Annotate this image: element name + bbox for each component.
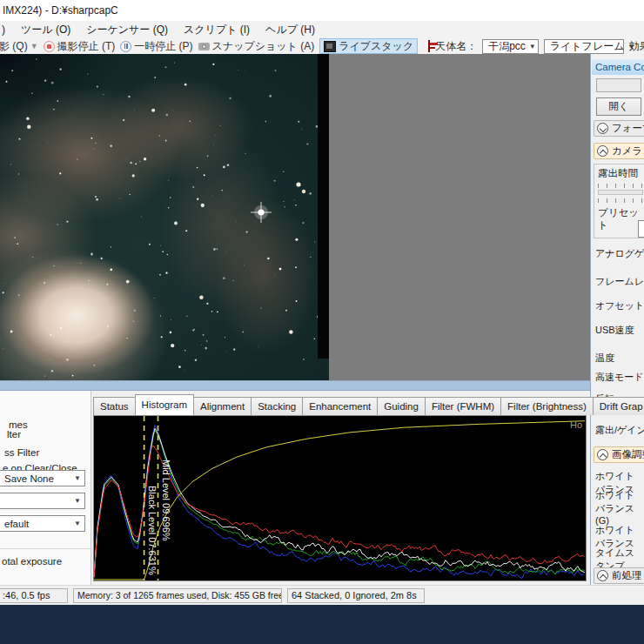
toolbar: 影 (Q) ▼ 撮影停止 (T) 一時停止 (P) スナップショット (A) ラ… — [0, 38, 644, 54]
svg-text:Ho: Ho — [570, 419, 582, 430]
chevron-down-icon: ▼ — [74, 497, 81, 505]
histogram-panel: Mid Level 09.696%Black Level 07.631%Ho — [93, 415, 587, 581]
menu-item-0[interactable]: ) — [2, 23, 5, 36]
chevron-down-icon — [597, 123, 608, 134]
tab-enhancement[interactable]: Enhancement — [302, 397, 378, 415]
menu-bar: )ツール (O)シーケンサー (Q)スクリプト (I)ヘルプ (H) — [0, 21, 644, 38]
stop-icon — [44, 41, 55, 52]
chevron-up-icon — [597, 570, 608, 581]
dropdown-2[interactable]: efault▼ — [0, 515, 85, 532]
capture-display-area — [0, 54, 590, 380]
chevron-down-icon: ▼ — [30, 42, 38, 50]
section-format[interactable]: フォーマッ — [594, 120, 644, 137]
image-adjust-label-1: ホワイトバランス (G) — [595, 489, 644, 526]
live-stack-icon — [324, 41, 336, 52]
windows-taskbar: PRE PRO ✂ ☾ ✎ ⌨ — [0, 605, 644, 644]
title-bar: IMX224) - D:¥sharpcapC — [0, 0, 644, 21]
tab-filter-fwhm-[interactable]: Filter (FWHM) — [425, 397, 501, 415]
control-label-1: フレームレート — [595, 275, 644, 288]
control-label-5: 高速モード — [595, 371, 644, 384]
svg-text:Black Level 07.631%: Black Level 07.631% — [147, 486, 158, 575]
exposure-slider[interactable] — [598, 190, 643, 195]
dock-tab-strip: StatusHistogramAlignmentStackingEnhancem… — [93, 394, 644, 415]
stack-status: 64 Stacked, 0 Ignored, 2m 8s — [287, 588, 425, 603]
option-label-2: ss Filter — [4, 447, 39, 458]
chevron-down-icon: ▼ — [74, 474, 81, 482]
exposure-label: 露出時間 — [598, 167, 644, 180]
camera-control-panel: Camera Con 開く フォーマッ カメラコン 露出時間 プリセット アナロ… — [590, 54, 644, 585]
control-label-3: USB速度 — [595, 324, 634, 337]
control-label-0: アナログゲイン — [595, 247, 644, 260]
live-stack-button[interactable]: ライブスタック — [319, 38, 418, 54]
red-display-icon[interactable] — [428, 40, 430, 52]
total-exposure-label: otal exposure — [2, 556, 62, 567]
sharpcap-window: IMX224) - D:¥sharpcapC )ツール (O)シーケンサー (Q… — [0, 0, 644, 644]
menu-item-1[interactable]: ツール (O) — [21, 23, 70, 37]
control-label-4: 温度 — [595, 352, 614, 365]
svg-text:Mid Level 09.696%: Mid Level 09.696% — [161, 460, 171, 541]
target-name-combo[interactable]: 干潟pcc▼ — [482, 39, 539, 54]
slider-ticks-bottom — [598, 198, 643, 203]
control-label-2: オフセット — [595, 299, 644, 312]
live-stack-dock: StatusHistogramAlignmentStackingEnhancem… — [91, 391, 590, 585]
panel-header: Camera Con — [592, 59, 644, 75]
stack-edge-black — [318, 54, 329, 359]
divider — [0, 548, 91, 549]
section-preprocess[interactable]: 前処理 — [594, 567, 644, 584]
control-label-7: 露出/ゲインシ — [595, 424, 644, 437]
tab-status[interactable]: Status — [93, 397, 136, 415]
menu-item-2[interactable]: シーケンサー (Q) — [86, 23, 168, 37]
option-label-1: lter — [7, 429, 21, 439]
status-bar: :46, 0.5 fps Memory: 3 of 1265 frames us… — [0, 585, 644, 605]
slider-ticks-top — [598, 184, 643, 188]
histogram-canvas: Mid Level 09.696%Black Level 07.631%Ho — [94, 416, 586, 580]
tab-alignment[interactable]: Alignment — [193, 397, 252, 415]
memory-status: Memory: 3 of 1265 frames used, Disk: 455… — [73, 588, 282, 603]
tab-histogram[interactable]: Histogram — [135, 394, 194, 415]
live-stack-options-panel: meslterss Filtere on Clear/Close Save No… — [0, 391, 91, 585]
tab-filter-brightness-[interactable]: Filter (Brightness) — [500, 397, 594, 415]
target-name-label: 天体名： — [435, 39, 477, 54]
chevron-down-icon: ▼ — [74, 520, 81, 527]
chevron-down-icon: ▼ — [529, 43, 536, 50]
tab-drift-grap[interactable]: Drift Grap — [593, 397, 644, 415]
capture-stop-button[interactable]: 撮影停止 (T) — [44, 39, 116, 54]
menu-item-3[interactable]: スクリプト (I) — [184, 23, 250, 37]
effect-label: 効果： — [629, 39, 644, 54]
star-field — [0, 54, 329, 380]
profile-input[interactable] — [596, 78, 641, 92]
frame-type-combo[interactable]: ライトフレーム▼ — [544, 39, 624, 54]
tab-stacking[interactable]: Stacking — [251, 397, 303, 415]
section-camera-controls[interactable]: カメラコン — [594, 143, 644, 159]
window-title: IMX224) - D:¥sharpcapC — [3, 4, 118, 17]
dock-splitter[interactable] — [0, 380, 590, 391]
dropdown-0[interactable]: Save None▼ — [0, 470, 85, 486]
fps-status: :46, 0.5 fps — [0, 588, 68, 603]
section-image-adjust[interactable]: 画像調整 — [594, 446, 644, 463]
tab-guiding[interactable]: Guiding — [377, 397, 426, 415]
open-button[interactable]: 開く — [596, 97, 641, 116]
capture-start-button[interactable]: 影 (Q) ▼ — [0, 39, 38, 54]
chevron-up-icon — [597, 449, 608, 460]
dropdown-1[interactable]: ▼ — [0, 493, 85, 509]
menu-item-4[interactable]: ヘルプ (H) — [265, 23, 315, 37]
exposure-groupbox: 露出時間 プリセット — [594, 164, 644, 238]
chevron-up-icon — [597, 145, 608, 157]
pause-icon — [120, 41, 131, 52]
snapshot-button[interactable]: スナップショット (A) — [198, 39, 315, 54]
lagoon-nebula-image — [0, 54, 329, 380]
pause-button[interactable]: 一時停止 (P) — [120, 39, 192, 54]
camera-icon — [198, 43, 210, 50]
preset-combo-edge[interactable] — [638, 220, 644, 238]
